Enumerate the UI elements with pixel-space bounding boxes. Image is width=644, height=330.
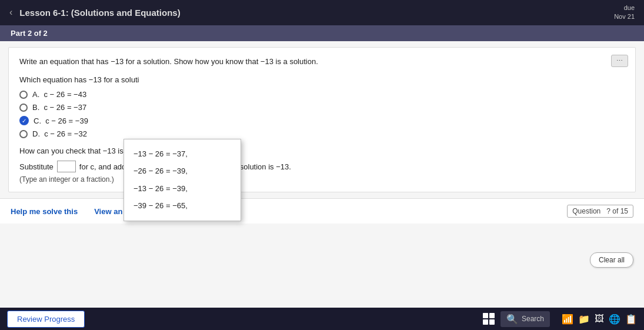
part-header: Part 2 of 2 <box>0 25 644 41</box>
radio-B[interactable] <box>19 104 28 112</box>
action-bar: Help me solve this View an example Get m… <box>0 198 644 224</box>
substitute-input[interactable] <box>57 161 76 172</box>
due-date: Nov 21 <box>614 12 635 21</box>
options-list: A. c − 26 = −43 B. c − 26 = −37 ✓ C. c −… <box>19 90 625 138</box>
question-label: Question <box>572 207 600 215</box>
expand-button[interactable]: ⋯ <box>611 55 628 67</box>
dropdown-popup: −13 − 26 = −37, −26 − 26 = −39, −13 − 26… <box>124 139 241 221</box>
taskbar-icons: 📶 📁 🖼 🌐 📋 <box>562 314 637 325</box>
image-icon: 🖼 <box>595 314 604 324</box>
question-nav-box: Question ? of 15 <box>567 205 633 218</box>
question-area: ⋯ Write an equation that has −13 for a s… <box>8 47 636 193</box>
main-content: Part 2 of 2 ⋯ Write an equation that has… <box>0 25 644 308</box>
app-icon: 📋 <box>625 314 637 325</box>
option-D[interactable]: D. c − 26 = −32 <box>19 129 625 138</box>
top-bar: ‹ Lesson 6-1: (Solutions and Equations) … <box>0 0 644 25</box>
substitute-label: Substitute <box>19 162 54 171</box>
search-text: Search <box>522 315 544 323</box>
windows-start-icon[interactable] <box>483 313 495 325</box>
review-progress-button[interactable]: Review Progress <box>7 311 85 328</box>
back-button[interactable]: ‹ <box>9 7 12 18</box>
popup-item-1[interactable]: −13 − 26 = −37, <box>134 145 231 163</box>
search-icon: 🔍 <box>506 314 518 325</box>
radio-A[interactable] <box>19 91 28 99</box>
lesson-title: Lesson 6-1: (Solutions and Equations) <box>19 8 607 18</box>
browser-icon: 🌐 <box>609 314 620 325</box>
popup-item-2[interactable]: −26 − 26 = −39, <box>134 162 231 180</box>
check-circle-C: ✓ <box>19 116 29 125</box>
option-C[interactable]: ✓ C. c − 26 = −39 <box>19 116 625 125</box>
question-instruction: Write an equation that has −13 for a sol… <box>19 56 625 68</box>
due-label: due <box>614 4 635 12</box>
clear-all-button[interactable]: Clear all <box>590 252 633 268</box>
due-info: due Nov 21 <box>614 4 635 22</box>
option-B[interactable]: B. c − 26 = −37 <box>19 103 625 112</box>
radio-D[interactable] <box>19 130 28 138</box>
sub-question: Which equation has −13 for a soluti <box>19 75 625 84</box>
question-current <box>603 207 605 215</box>
substitute-row: Substitute for c, and add. Since ▼ the s… <box>19 160 625 173</box>
screen: ‹ Lesson 6-1: (Solutions and Equations) … <box>0 0 644 330</box>
question-current-num: ? <box>606 207 610 215</box>
question-nav: Question ? of 15 <box>567 205 633 218</box>
option-D-label: D. c − 26 = −32 <box>32 129 87 138</box>
os-taskbar-right: 🔍 Search 📶 📁 🖼 🌐 📋 <box>483 311 637 327</box>
folder-icon: 📁 <box>578 314 590 325</box>
question-of-label: of 15 <box>612 207 628 215</box>
popup-item-4[interactable]: −39 − 26 = −65, <box>134 197 231 215</box>
taskbar-search[interactable]: 🔍 Search <box>500 311 550 327</box>
option-A-label: A. c − 26 = −43 <box>32 90 86 99</box>
fraction-note: (Type an integer or a fraction.) <box>19 175 625 184</box>
network-icon: 📶 <box>562 314 573 325</box>
os-bar: Review Progress 🔍 Search 📶 📁 🖼 🌐 📋 <box>0 308 644 330</box>
option-A[interactable]: A. c − 26 = −43 <box>19 90 625 99</box>
help-me-link[interactable]: Help me solve this <box>11 207 78 216</box>
option-C-label: C. c − 26 = −39 <box>34 116 88 125</box>
popup-item-3[interactable]: −13 − 26 = −39, <box>134 180 231 198</box>
how-check-text: How can you check that −13 is a so <box>19 146 625 155</box>
option-B-label: B. c − 26 = −37 <box>32 103 86 112</box>
